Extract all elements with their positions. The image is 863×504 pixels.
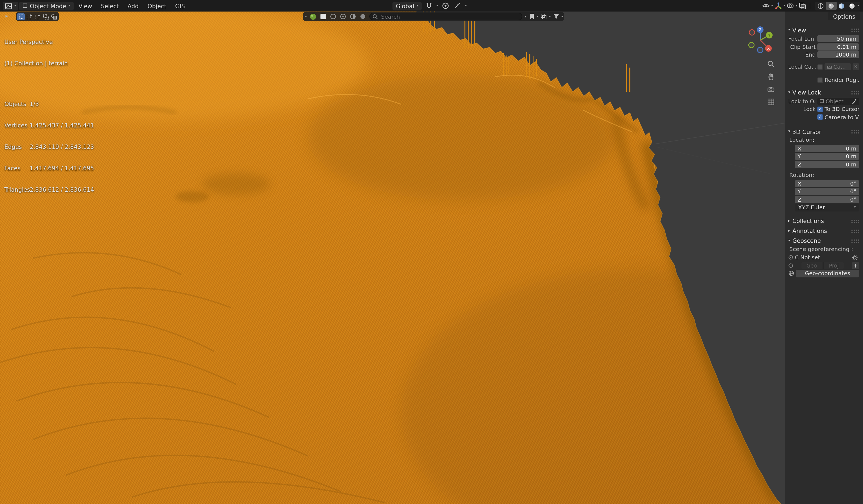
panel-header-geoscene[interactable]: ▾ Geoscene xyxy=(788,236,859,245)
shading-options-chevron-icon[interactable]: ▾ xyxy=(857,4,859,8)
proportional-editing-icon[interactable] xyxy=(441,1,450,10)
panel-grip[interactable] xyxy=(851,90,859,94)
cursor-rotation-y[interactable]: Y0° xyxy=(795,188,859,195)
cursor-rotation-x[interactable]: X0° xyxy=(795,180,859,187)
falloff-curve-icon[interactable] xyxy=(453,1,462,10)
chevron-down-icon[interactable]: ▾ xyxy=(549,15,551,18)
geo-button[interactable]: Geo xyxy=(801,262,822,269)
chevron-down-icon[interactable]: ▾ xyxy=(771,4,773,8)
cursor-location-y[interactable]: Y0 m xyxy=(795,153,859,160)
chevron-down-icon[interactable]: ▾ xyxy=(796,4,798,8)
falloff-chevron-icon[interactable]: ▾ xyxy=(465,4,467,8)
panel-header-view[interactable]: ▾ View xyxy=(788,26,859,34)
select-mode-new[interactable] xyxy=(17,13,25,20)
snap-settings-chevron-icon[interactable]: ▾ xyxy=(436,4,438,8)
material-preview-sphere-icon[interactable] xyxy=(309,12,318,21)
menu-add[interactable]: Add xyxy=(124,2,143,9)
panel-header-3d-cursor[interactable]: ▾ 3D Cursor xyxy=(788,127,859,136)
chevron-down-icon[interactable]: ▾ xyxy=(525,15,527,18)
focal-length-field[interactable]: 50 mm xyxy=(817,35,859,42)
preview-sphere-dot-icon[interactable] xyxy=(338,12,348,21)
eyedropper-icon[interactable] xyxy=(851,98,857,104)
add-crs-button[interactable]: + xyxy=(852,262,859,269)
geo-coordinates-button[interactable]: Geo-coordinates xyxy=(796,269,859,277)
menu-select[interactable]: Select xyxy=(97,2,123,9)
preview-sphere-ring-icon[interactable] xyxy=(328,12,338,21)
panel-grip[interactable] xyxy=(851,239,859,243)
bookmark-icon[interactable] xyxy=(527,12,536,21)
camera-to-view-checkbox[interactable]: ✓ xyxy=(817,114,823,120)
shading-material-icon[interactable] xyxy=(836,2,847,10)
filter-funnel-icon[interactable] xyxy=(551,12,561,21)
georeferencing-label: Scene georeferencing : xyxy=(789,246,859,253)
axis-x-negative[interactable] xyxy=(749,30,755,35)
panel-grip[interactable] xyxy=(851,28,859,32)
panel-header-collections[interactable]: ▸ Collections xyxy=(788,217,859,225)
preview-sphere-solid-icon[interactable] xyxy=(358,12,367,21)
shading-rendered-icon[interactable] xyxy=(847,2,857,10)
viewport-3d[interactable]: User Perspective (1) Collection | terrai… xyxy=(0,0,863,504)
visibility-eye-icon[interactable] xyxy=(761,1,771,10)
select-mode-invert[interactable] xyxy=(42,13,49,20)
terrain-mesh[interactable] xyxy=(0,0,863,504)
navigation-gizmo[interactable]: Z Y X xyxy=(742,23,778,59)
select-mode-subtract[interactable] xyxy=(34,13,41,20)
pan-hand-icon[interactable] xyxy=(766,72,776,81)
radio-dot-icon[interactable] xyxy=(788,255,793,260)
proj-button[interactable]: Proj xyxy=(823,262,844,269)
menu-gis[interactable]: GIS xyxy=(171,2,189,9)
chevron-down-icon[interactable]: ▾ xyxy=(537,15,539,18)
chevron-down-icon[interactable]: ▾ xyxy=(561,15,563,18)
clip-start-field[interactable]: 0.01 m xyxy=(817,43,859,50)
orientation-dropdown[interactable]: Global ▾ xyxy=(392,1,422,10)
shading-wireframe-icon[interactable] xyxy=(815,2,826,10)
overlays-icon[interactable] xyxy=(786,1,795,10)
radio-dot-icon[interactable] xyxy=(788,263,793,268)
menu-object[interactable]: Object xyxy=(144,2,170,9)
select-mode-extend[interactable] xyxy=(25,13,33,20)
local-camera-row: Local Ca... Ca... ✕ xyxy=(788,63,859,70)
xray-toggle-icon[interactable] xyxy=(798,1,807,10)
axis-z-negative[interactable] xyxy=(758,47,763,53)
panel-header-annotations[interactable]: ▸ Annotations xyxy=(788,227,859,235)
clip-start-row: Clip Start 0.01 m xyxy=(788,43,859,50)
mode-dropdown[interactable]: Object Mode ▾ xyxy=(20,1,74,10)
local-camera-field[interactable]: Ca... xyxy=(825,63,851,70)
layers-icon[interactable] xyxy=(539,12,549,21)
cursor-location-x[interactable]: X0 m xyxy=(795,145,859,152)
show-gizmo-icon[interactable] xyxy=(773,1,783,10)
collapse-chevron-icon[interactable]: ▾ xyxy=(304,15,308,18)
shading-solid-icon[interactable] xyxy=(826,2,836,10)
crs-value: Not set xyxy=(800,254,820,260)
select-mode-intersect[interactable] xyxy=(50,13,58,20)
to-3d-cursor-checkbox[interactable]: ✓ xyxy=(817,106,823,112)
editor-type-button[interactable]: ▾ xyxy=(3,1,18,10)
zoom-icon[interactable] xyxy=(766,59,776,68)
search-input[interactable] xyxy=(370,13,523,20)
toggle-perspective-grid-icon[interactable] xyxy=(766,97,776,106)
panel-grip[interactable] xyxy=(851,219,859,223)
rotation-mode-dropdown[interactable]: XYZ Euler ▾ xyxy=(795,204,859,211)
local-camera-checkbox[interactable] xyxy=(817,64,823,69)
menu-view[interactable]: View xyxy=(74,2,96,9)
camera-view-icon[interactable] xyxy=(766,85,776,93)
panel-grip[interactable] xyxy=(851,130,859,133)
clip-end-field[interactable]: 1000 m xyxy=(817,51,859,58)
preview-sphere-half-icon[interactable] xyxy=(348,12,358,21)
options-dropdown[interactable]: Options xyxy=(828,12,860,20)
axis-y-negative[interactable] xyxy=(749,42,754,48)
stat-triangles: Triangles2,836,612 / 2,836,614 xyxy=(4,186,94,193)
cursor-rotation-z[interactable]: Z0° xyxy=(795,196,859,203)
chevron-down-icon[interactable]: ▾ xyxy=(783,4,785,8)
chevron-right-icon: ▸ xyxy=(788,219,790,223)
cursor-location-z[interactable]: Z0 m xyxy=(795,161,859,168)
panel-header-view-lock[interactable]: ▾ View Lock xyxy=(788,88,859,96)
toolbar-expand-arrow[interactable]: ▸ xyxy=(5,13,8,19)
snap-magnet-icon[interactable] xyxy=(424,1,434,10)
gear-icon[interactable] xyxy=(850,253,859,262)
render-region-checkbox[interactable] xyxy=(817,77,823,83)
clear-camera-button[interactable]: ✕ xyxy=(853,63,859,70)
panel-grip[interactable] xyxy=(851,229,859,233)
white-swatch-icon[interactable] xyxy=(318,12,328,21)
lock-to-object-field[interactable]: Object xyxy=(817,98,859,105)
